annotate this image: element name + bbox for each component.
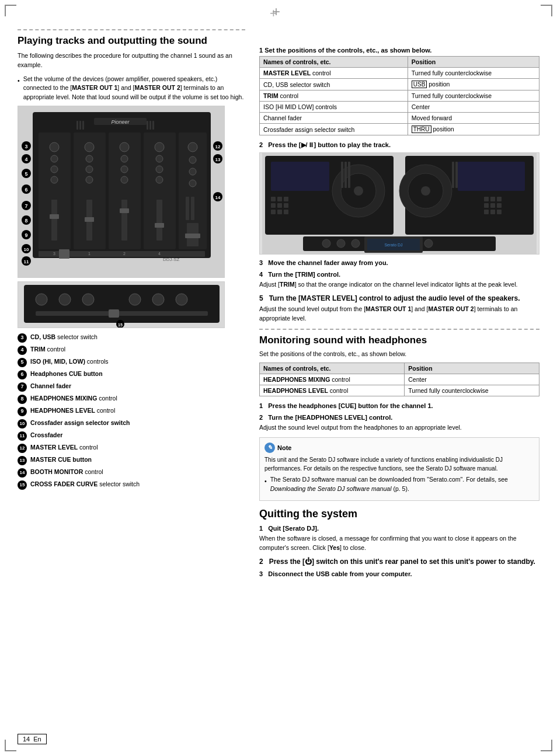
- svg-point-84: [152, 294, 164, 305]
- svg-rect-48: [152, 121, 154, 130]
- svg-point-111: [421, 186, 430, 196]
- svg-point-18: [86, 176, 93, 183]
- svg-rect-101: [284, 203, 288, 208]
- svg-rect-86: [36, 311, 208, 316]
- note-box: ✎ Note This unit and the Serato DJ softw…: [259, 437, 539, 501]
- controls-table-1: Names of controls, etc. Position MASTER …: [259, 56, 539, 135]
- callout-item-14: 14 BOOTH MONITOR control: [18, 468, 245, 478]
- step3-heading: 3 Move the channel fader away from you.: [259, 259, 539, 266]
- svg-point-16: [86, 155, 93, 162]
- svg-rect-45: [82, 121, 84, 130]
- svg-rect-79: [24, 285, 220, 323]
- svg-point-80: [36, 294, 47, 305]
- svg-point-127: [351, 239, 360, 248]
- table2-row-headphones-mixing: HEADPHONES MIXING control Center: [260, 374, 539, 385]
- svg-point-21: [120, 142, 129, 152]
- svg-rect-123: [455, 162, 458, 188]
- step4-heading: 4 Turn the [TRIM] control.: [259, 271, 539, 278]
- right-column: 1 Set the positions of the controls, etc…: [259, 29, 539, 580]
- callout-item-10: 10 Crossfader assign selector switch: [18, 419, 245, 428]
- monitoring-intro: Set the positions of the controls, etc.,…: [259, 350, 539, 359]
- step1-heading: 1 Set the positions of the controls, etc…: [259, 47, 539, 54]
- svg-rect-118: [497, 203, 502, 208]
- svg-rect-116: [484, 203, 489, 208]
- svg-point-34: [189, 156, 196, 163]
- bullet-item: • Set the volume of the devices (power a…: [18, 75, 245, 102]
- quit-section: Quitting the system 1 Quit [Serato DJ]. …: [259, 508, 539, 577]
- svg-text:8: 8: [25, 218, 27, 224]
- mon-step1-heading: 1 Press the headphones [CUE] button for …: [259, 402, 539, 409]
- svg-rect-99: [271, 203, 276, 208]
- svg-rect-105: [341, 162, 343, 188]
- svg-point-35: [189, 168, 196, 175]
- mixer-image-top: Pioneer: [18, 106, 225, 278]
- svg-text:14: 14: [215, 195, 221, 200]
- svg-text:10: 10: [24, 247, 29, 252]
- page-lang: En: [33, 736, 41, 743]
- callout-item-5: 5 ISO (HI, MID, LOW) controls: [18, 357, 245, 367]
- controls-table-2: Names of controls, etc. Position HEADPHO…: [259, 363, 539, 396]
- svg-rect-102: [271, 210, 276, 214]
- svg-rect-14: [50, 214, 59, 219]
- note-icon: ✎: [264, 443, 275, 453]
- svg-text:Pioneer: Pioneer: [111, 119, 130, 125]
- svg-text:4: 4: [25, 156, 27, 162]
- callout-items-list: 3 CD, USB selector switch 4 TRIM control…: [18, 333, 245, 490]
- svg-rect-37: [186, 197, 189, 220]
- svg-rect-113: [484, 197, 489, 201]
- step5-heading: 5 Turn the [MASTER LEVEL] control to adj…: [259, 294, 539, 302]
- svg-point-36: [189, 180, 196, 187]
- table2-header-names: Names of controls, etc.: [260, 363, 405, 374]
- svg-rect-87: [109, 309, 119, 318]
- quit-step3-heading: 3 Disconnect the USB cable from your com…: [259, 570, 539, 577]
- svg-point-17: [86, 166, 93, 173]
- svg-rect-114: [490, 197, 495, 201]
- callout-item-13: 13 MASTER CUE button: [18, 455, 245, 465]
- svg-text:7: 7: [25, 203, 27, 209]
- quit-title: Quitting the system: [259, 508, 539, 520]
- svg-rect-13: [51, 200, 57, 241]
- svg-text:12: 12: [215, 144, 221, 149]
- svg-point-126: [337, 239, 345, 248]
- page-number: 14 En: [18, 734, 47, 744]
- svg-rect-106: [344, 162, 347, 188]
- svg-rect-46: [147, 121, 148, 130]
- monitoring-title: Monitoring sound with headphones: [259, 335, 539, 346]
- svg-text:Serato DJ: Serato DJ: [384, 243, 402, 247]
- svg-point-10: [51, 155, 58, 162]
- callout-item-3: 3 CD, USB selector switch: [18, 333, 245, 343]
- svg-point-9: [50, 142, 59, 152]
- svg-point-125: [322, 239, 330, 248]
- svg-rect-98: [284, 197, 288, 201]
- note-bullet: • The Serato DJ software manual can be d…: [264, 475, 534, 494]
- svg-rect-31: [156, 200, 162, 241]
- bullet-dot: •: [18, 76, 20, 86]
- svg-rect-121: [497, 210, 502, 214]
- svg-point-130: [424, 239, 433, 248]
- callout-item-12: 12 MASTER LEVEL control: [18, 443, 245, 453]
- note-title: ✎ Note: [264, 443, 534, 453]
- svg-rect-103: [277, 210, 282, 214]
- svg-rect-100: [277, 203, 282, 208]
- table1-row-channel-fader: Channel fader Moved forward: [260, 113, 539, 124]
- svg-rect-107: [348, 162, 350, 188]
- svg-rect-20: [85, 217, 94, 222]
- callout-item-9: 9 HEADPHONES LEVEL control: [18, 406, 245, 416]
- page-num-value: 14: [23, 736, 30, 743]
- mon-step2-text: Adjust the sound level output from the h…: [259, 423, 539, 433]
- note-text: This unit and the Serato DJ software inc…: [264, 455, 534, 473]
- svg-rect-120: [490, 210, 495, 214]
- svg-rect-112: [458, 162, 525, 191]
- svg-point-24: [121, 176, 128, 183]
- svg-point-28: [156, 155, 163, 162]
- table1-row-iso: ISO [HI MID LOW] controls Center: [260, 102, 539, 113]
- svg-point-15: [85, 142, 94, 152]
- callout-item-7: 7 Channel fader: [18, 382, 245, 392]
- svg-text:15: 15: [118, 323, 123, 327]
- svg-point-82: [82, 294, 94, 305]
- cdj-image: ▶ ⏸ Serato DJ: [259, 152, 539, 255]
- quit-step1-text: When the software is closed, a message f…: [259, 534, 539, 553]
- svg-text:11: 11: [24, 259, 29, 264]
- corner-mark-br: [541, 740, 552, 751]
- svg-text:9: 9: [25, 232, 27, 238]
